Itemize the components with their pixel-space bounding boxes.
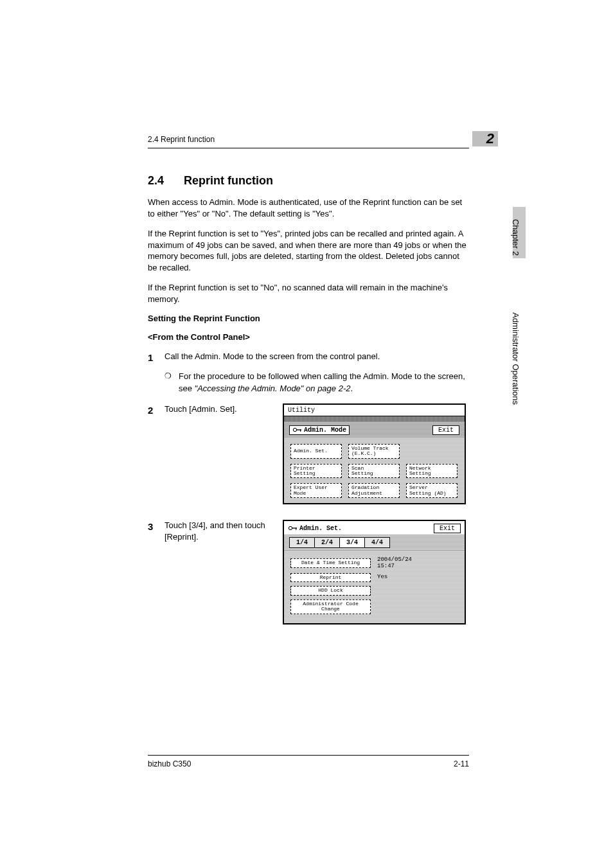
gradient-bar [284, 416, 465, 421]
footer-model: bizhub C350 [148, 759, 191, 768]
admin-code-change-button[interactable]: Administrator Code Change [290, 599, 371, 614]
admin-mode-banner: Admin. Mode Exit [284, 421, 465, 438]
volume-track-button[interactable]: Volume Track (E.K.C.) [348, 444, 400, 459]
reprint-button[interactable]: Reprint [290, 573, 371, 582]
key-icon [288, 526, 298, 531]
utility-label: Utility [284, 405, 465, 416]
admin-mode-title: Admin. Mode [289, 425, 350, 435]
chapter-badge: 2 [472, 131, 498, 146]
date-time-value: 2004/05/24 15:47 [377, 557, 412, 569]
tab-3-4[interactable]: 3/4 [340, 537, 365, 548]
side-chapter-label: Chapter 2 [511, 219, 520, 256]
svg-point-3 [289, 527, 292, 530]
admin-set-button[interactable]: Admin. Set. [290, 444, 342, 459]
tab-1-4[interactable]: 1/4 [289, 537, 315, 548]
admin-set-body: Date & Time Setting 2004/05/24 15:47 Rep… [284, 551, 465, 623]
step-3-block: 3 Touch [3/4], and then touch [Reprint].… [148, 520, 469, 624]
note-marker: ❍ [164, 371, 179, 394]
expert-user-mode-button[interactable]: Expert User Mode [290, 483, 342, 498]
svg-rect-5 [296, 528, 296, 530]
subheading-setting: Setting the Reprint Function [148, 314, 469, 323]
note-text-c: . [350, 384, 353, 393]
footer-page-number: 2-11 [454, 759, 469, 768]
step-3-text: Touch [3/4], and then touch [Reprint]. [164, 520, 276, 543]
svg-point-0 [293, 428, 296, 431]
side-section-label: Administrator Operations [511, 312, 520, 405]
page-footer: bizhub C350 2-11 [148, 755, 469, 768]
running-head: 2.4 Reprint function [148, 135, 469, 144]
exit-button[interactable]: Exit [434, 524, 461, 533]
hdd-lock-button[interactable]: HDD Lock [290, 586, 371, 595]
note-reference: "Accessing the Admin. Mode" on page 2-2 [195, 384, 351, 393]
subheading-from-panel: <From the Control Panel> [148, 332, 469, 342]
network-setting-button[interactable]: Network Setting [406, 464, 458, 479]
intro-para-3: If the Reprint function is set to "No", … [148, 282, 469, 305]
tab-2-4[interactable]: 2/4 [315, 537, 340, 548]
tab-4-4[interactable]: 4/4 [365, 537, 390, 548]
section-title: Reprint function [184, 174, 273, 187]
admin-mode-title-text: Admin. Mode [304, 427, 346, 434]
admin-mode-body: Admin. Set. Volume Track (E.K.C.) Printe… [284, 438, 465, 503]
scan-setting-button[interactable]: Scan Setting [348, 464, 400, 479]
page-content: 2.4 Reprint function 2 2.4Reprint functi… [148, 135, 469, 640]
step-3-number: 3 [148, 520, 164, 543]
figure-admin-mode: Utility Admin. Mode Exit Admin. Set. Vol… [283, 403, 466, 504]
key-icon [292, 427, 303, 432]
section-number: 2.4 [148, 174, 184, 188]
step-1: 1 Call the Admin. Mode to the screen fro… [148, 351, 469, 364]
printer-setting-button[interactable]: Printer Setting [290, 464, 342, 479]
tab-row: 1/4 2/4 3/4 4/4 [284, 535, 465, 551]
server-setting-button[interactable]: Server Setting (AD) [406, 483, 458, 498]
step-2-number: 2 [148, 403, 164, 417]
gradation-adjustment-button[interactable]: Gradation Adjustment [348, 483, 400, 498]
note-text: For the procedure to be followed when ca… [179, 371, 469, 394]
admin-set-title: Admin. Set. [288, 525, 342, 532]
section-heading: 2.4Reprint function [148, 174, 469, 188]
admin-set-top: Admin. Set. Exit [284, 521, 465, 535]
svg-rect-2 [300, 429, 301, 431]
admin-set-title-text: Admin. Set. [299, 525, 342, 532]
reprint-value: Yes [377, 574, 387, 580]
intro-para-1: When access to Admin. Mode is authentica… [148, 197, 469, 219]
date-time-setting-button[interactable]: Date & Time Setting [290, 558, 371, 567]
step-2-block: 2 Touch [Admin. Set]. Utility Admin. Mod… [148, 403, 469, 504]
chapter-number: 2 [486, 130, 494, 147]
step-1-note: ❍ For the procedure to be followed when … [164, 371, 469, 394]
step-2-text: Touch [Admin. Set]. [164, 403, 237, 417]
figure-admin-set: Admin. Set. Exit 1/4 2/4 3/4 4/4 Date & … [283, 520, 466, 624]
step-1-number: 1 [148, 351, 164, 364]
step-1-text: Call the Admin. Mode to the screen from … [164, 351, 469, 364]
intro-para-2: If the Reprint function is set to "Yes",… [148, 228, 469, 273]
exit-button[interactable]: Exit [432, 425, 459, 435]
header-rule [148, 148, 469, 148]
